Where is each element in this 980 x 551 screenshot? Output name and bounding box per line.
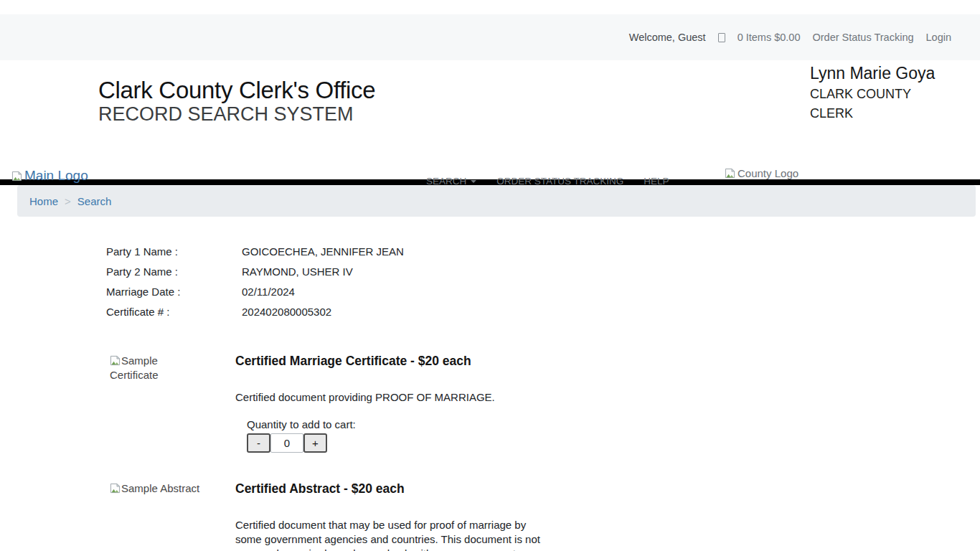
detail-label: Party 1 Name : — [106, 245, 242, 258]
nav-order-status-tracking[interactable]: ORDER STATUS TRACKING — [496, 176, 623, 187]
nav-search-label: SEARCH — [426, 176, 466, 187]
quantity-input[interactable] — [270, 433, 303, 453]
detail-label: Certificate # : — [106, 306, 242, 318]
login-link[interactable]: Login — [926, 32, 951, 43]
detail-row-marriage-date: Marriage Date : 02/11/2024 — [106, 281, 980, 301]
product-title: Certified Abstract - $20 each — [235, 481, 548, 496]
main-logo-alt-text: Main Logo — [24, 168, 88, 184]
product-info: Certified Abstract - $20 each Certified … — [235, 481, 548, 551]
breadcrumb-separator: > — [65, 195, 71, 207]
clerk-identity: Lynn Marie Goya CLARK COUNTY CLERK — [810, 62, 935, 123]
product-description: Certified document that may be used for … — [235, 518, 548, 551]
broken-image-icon — [110, 483, 121, 494]
county-logo: County Logo — [725, 167, 798, 179]
product-info: Certified Marriage Certificate - $20 eac… — [235, 354, 548, 453]
quantity-label: Quantity to add to cart: — [247, 418, 548, 432]
quantity-stepper: - + — [247, 433, 548, 453]
product-certified-abstract: Sample Abstract Certified Abstract - $20… — [110, 481, 980, 551]
detail-value: 202402080005302 — [242, 306, 331, 318]
product-description: Certified document providing PROOF OF MA… — [235, 390, 548, 405]
title-block: Clark County Clerk's Office RECORD SEARC… — [98, 77, 375, 126]
sample-abstract-image: Sample Abstract — [110, 481, 235, 551]
detail-row-party1: Party 1 Name : GOICOECHEA, JENNIFER JEAN — [106, 241, 980, 261]
product-title: Certified Marriage Certificate - $20 eac… — [235, 354, 548, 368]
detail-row-certificate-number: Certificate # : 202402080005302 — [106, 301, 980, 321]
quantity-decrease-button[interactable]: - — [247, 433, 270, 453]
clerk-title-line2: CLERK — [810, 104, 935, 123]
county-logo-alt-text: County Logo — [738, 167, 798, 179]
detail-value: GOICOECHEA, JENNIFER JEAN — [242, 245, 404, 258]
site-header: Main Logo Clark County Clerk's Office RE… — [0, 60, 980, 179]
cart-summary-link[interactable]: 0 Items $0.00 — [738, 32, 801, 43]
welcome-text: Welcome, Guest — [629, 32, 706, 43]
breadcrumb-home-link[interactable]: Home — [29, 195, 58, 207]
detail-label: Marriage Date : — [106, 286, 242, 298]
breadcrumb-search-link[interactable]: Search — [77, 195, 112, 207]
cart-placeholder-icon[interactable] — [718, 33, 725, 42]
nav-search-dropdown[interactable]: SEARCH — [426, 176, 476, 187]
utility-bar: Welcome, Guest 0 Items $0.00 Order Statu… — [0, 14, 980, 60]
record-details: Party 1 Name : GOICOECHEA, JENNIFER JEAN… — [106, 241, 980, 321]
detail-label: Party 2 Name : — [106, 265, 242, 278]
page-subtitle: RECORD SEARCH SYSTEM — [98, 103, 375, 126]
caret-down-icon — [471, 180, 476, 183]
sample-abstract-alt-text: Sample Abstract — [121, 482, 199, 494]
detail-row-party2: Party 2 Name : RAYMOND, USHER IV — [106, 261, 980, 281]
sample-certificate-image: Sample Certificate — [110, 354, 235, 453]
broken-image-icon — [725, 168, 735, 179]
clerk-title-line1: CLARK COUNTY — [810, 85, 935, 104]
main-logo-link[interactable]: Main Logo — [11, 168, 88, 184]
order-status-tracking-link[interactable]: Order Status Tracking — [812, 32, 913, 43]
detail-value: 02/11/2024 — [242, 286, 295, 298]
breadcrumb: Home > Search — [17, 185, 976, 217]
broken-image-icon — [110, 355, 121, 366]
product-certified-marriage-certificate: Sample Certificate Certified Marriage Ce… — [110, 354, 980, 453]
broken-image-icon — [11, 171, 22, 182]
main-nav: SEARCH ORDER STATUS TRACKING HELP — [426, 176, 669, 187]
nav-help[interactable]: HELP — [644, 176, 669, 187]
main-content: Party 1 Name : GOICOECHEA, JENNIFER JEAN… — [106, 241, 980, 551]
clerk-name: Lynn Marie Goya — [810, 62, 935, 85]
detail-value: RAYMOND, USHER IV — [242, 265, 353, 278]
quantity-increase-button[interactable]: + — [303, 433, 327, 453]
page-title: Clark County Clerk's Office — [98, 77, 375, 103]
